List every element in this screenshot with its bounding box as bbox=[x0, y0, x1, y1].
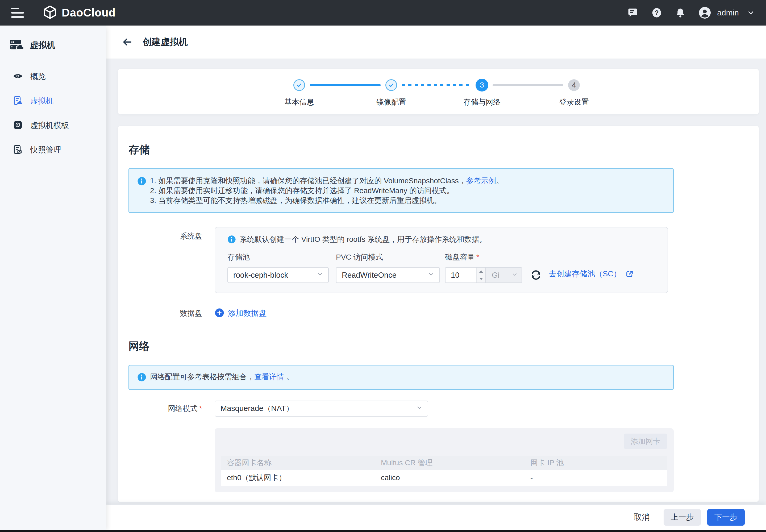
nic-table-header: 容器网卡名称 Multus CR 管理 网卡 IP 池 bbox=[221, 456, 667, 470]
pvc-access-mode-label: PVC 访问模式 bbox=[336, 252, 440, 262]
template-cube-icon bbox=[13, 120, 23, 131]
check-icon bbox=[388, 82, 394, 88]
step-connector-3 bbox=[493, 84, 563, 86]
notifications-bell-icon[interactable] bbox=[675, 7, 686, 18]
storage-network-form-card: 存储 1. 如果需要使用克隆和快照功能，请确保您的存储池已经创建了对应的 Vol… bbox=[118, 126, 759, 502]
network-mode-select[interactable]: Masquerade（NAT） bbox=[215, 401, 428, 417]
storage-notice-box: 1. 如果需要使用克隆和快照功能，请确保您的存储池已经创建了对应的 Volume… bbox=[128, 168, 674, 213]
step-connector-2 bbox=[402, 84, 472, 86]
network-notice-box: 网络配置可参考表格按需组合，查看详情 。 bbox=[128, 365, 674, 390]
menu-toggle-icon[interactable] bbox=[11, 8, 24, 18]
data-disk-label: 数据盘 bbox=[128, 308, 202, 318]
refresh-icon[interactable] bbox=[530, 269, 542, 281]
page-title: 创建虚拟机 bbox=[143, 36, 188, 48]
system-disk-label: 系统盘 bbox=[128, 231, 202, 241]
chevron-down-icon bbox=[416, 404, 423, 413]
back-arrow-icon[interactable] bbox=[122, 37, 132, 47]
window-bottom-edge bbox=[0, 530, 766, 532]
chevron-down-icon bbox=[317, 271, 323, 280]
wizard-footer: 取消 上一步 下一步 bbox=[106, 505, 766, 530]
nic-table-row-eth0: eth0（默认网卡） calico - bbox=[221, 470, 667, 486]
system-disk-notice: 系统默认创建一个 VirtIO 类型的 rootfs 系统盘，用于存放操作系统和… bbox=[240, 234, 486, 244]
user-menu-chevron-down-icon[interactable] bbox=[747, 9, 755, 17]
help-icon[interactable]: ? bbox=[651, 7, 662, 18]
stepper-down-icon[interactable] bbox=[477, 275, 485, 282]
storage-notice-text: 1. 如果需要使用克隆和快照功能，请确保您的存储池已经创建了对应的 Volume… bbox=[150, 176, 503, 205]
topbar: DaoCloud ? bbox=[0, 0, 766, 26]
stepper-up-icon[interactable] bbox=[477, 268, 485, 275]
chevron-down-icon bbox=[511, 271, 518, 280]
add-nic-button[interactable]: 添加网卡 bbox=[624, 434, 667, 449]
network-mode-row: 网络模式* Masquerade（NAT） bbox=[118, 401, 759, 417]
network-mode-label: 网络模式* bbox=[128, 404, 202, 414]
brand-logo[interactable]: DaoCloud bbox=[43, 5, 115, 20]
wizard-stepper: 3 4 基本信息 镜像配置 存储与网络 登录设置 bbox=[118, 69, 759, 114]
step-3-circle[interactable]: 3 bbox=[476, 79, 488, 92]
step-4-circle[interactable]: 4 bbox=[568, 79, 580, 91]
system-disk-row: 系统盘 系统默认创建一个 VirtIO 类型的 rootfs 系统盘，用于存放操… bbox=[118, 227, 759, 293]
chevron-down-icon bbox=[428, 271, 435, 280]
sidebar-module-header: 虚拟机 bbox=[0, 26, 106, 52]
check-icon bbox=[296, 82, 302, 88]
step-1-circle[interactable] bbox=[293, 79, 305, 91]
info-icon bbox=[137, 373, 146, 383]
step-2-label: 镜像配置 bbox=[359, 97, 423, 107]
snapshot-doc-camera-icon bbox=[13, 144, 23, 156]
brand-name: DaoCloud bbox=[62, 6, 115, 19]
storage-pool-label: 存储池 bbox=[227, 252, 329, 262]
sidebar-module-title: 虚拟机 bbox=[30, 39, 55, 51]
nic-table: 容器网卡名称 Multus CR 管理 网卡 IP 池 eth0（默认网卡） c… bbox=[221, 456, 667, 486]
vm-module-icon bbox=[10, 38, 24, 52]
step-2-circle[interactable] bbox=[385, 79, 397, 91]
vm-doc-cloud-icon bbox=[13, 95, 23, 107]
sidebar-item-virtual-machines[interactable]: 虚拟机 bbox=[0, 89, 106, 113]
system-disk-panel: 系统默认创建一个 VirtIO 类型的 rootfs 系统盘，用于存放操作系统和… bbox=[215, 227, 668, 293]
capacity-unit-select[interactable]: Gi bbox=[485, 268, 522, 282]
required-asterisk: * bbox=[199, 404, 202, 413]
sidebar-item-snapshots[interactable]: 快照管理 bbox=[0, 138, 106, 162]
disk-capacity-input-group: 10 Gi bbox=[445, 267, 522, 283]
username-label: admin bbox=[717, 8, 739, 17]
required-asterisk: * bbox=[476, 253, 479, 261]
messages-icon[interactable] bbox=[627, 7, 638, 18]
cancel-button[interactable]: 取消 bbox=[634, 512, 650, 523]
svg-text:?: ? bbox=[655, 9, 659, 16]
sidebar: 虚拟机 概览 虚拟机 bbox=[0, 26, 106, 532]
sidebar-item-vm-templates[interactable]: 虚拟机模板 bbox=[0, 113, 106, 138]
next-step-button[interactable]: 下一步 bbox=[707, 509, 745, 526]
reference-example-link[interactable]: 参考示例 bbox=[466, 177, 496, 185]
sidebar-item-overview[interactable]: 概览 bbox=[0, 64, 106, 89]
network-notice-text: 网络配置可参考表格按需组合，查看详情 。 bbox=[150, 372, 294, 383]
data-disk-row: 数据盘 添加数据盘 bbox=[118, 308, 759, 319]
user-avatar[interactable] bbox=[698, 6, 711, 19]
storage-pool-select[interactable]: rook-ceph-block bbox=[227, 267, 329, 283]
content-area: 3 4 基本信息 镜像配置 存储与网络 登录设置 存储 1. 如果需要使用克隆和… bbox=[106, 59, 766, 505]
info-icon bbox=[227, 235, 236, 245]
step-connector-1 bbox=[310, 84, 381, 86]
plus-circle-icon bbox=[215, 308, 224, 319]
eye-icon bbox=[13, 71, 23, 82]
capacity-stepper bbox=[476, 268, 485, 282]
page-header: 创建虚拟机 bbox=[106, 26, 766, 59]
add-data-disk-button[interactable]: 添加数据盘 bbox=[215, 308, 267, 319]
step-3-label: 存储与网络 bbox=[450, 97, 514, 107]
step-4-label: 登录设置 bbox=[542, 97, 606, 107]
network-section-heading: 网络 bbox=[128, 339, 759, 354]
view-details-link[interactable]: 查看详情 bbox=[254, 373, 284, 381]
disk-capacity-input[interactable]: 10 bbox=[446, 268, 476, 282]
previous-step-button[interactable]: 上一步 bbox=[664, 509, 701, 526]
daocloud-cube-icon bbox=[43, 5, 57, 20]
create-storage-pool-link[interactable]: 去创建存储池（SC） bbox=[549, 269, 634, 279]
nic-table-row: 添加网卡 容器网卡名称 Multus CR 管理 网卡 IP 池 eth0（默认… bbox=[118, 428, 759, 492]
storage-section-heading: 存储 bbox=[128, 126, 759, 157]
disk-capacity-label: 磁盘容量* bbox=[445, 252, 522, 262]
step-1-label: 基本信息 bbox=[267, 97, 331, 107]
info-icon bbox=[137, 177, 146, 205]
external-link-icon bbox=[625, 270, 634, 278]
pvc-access-mode-select[interactable]: ReadWriteOnce bbox=[336, 267, 440, 283]
nic-card: 添加网卡 容器网卡名称 Multus CR 管理 网卡 IP 池 eth0（默认… bbox=[215, 428, 674, 492]
